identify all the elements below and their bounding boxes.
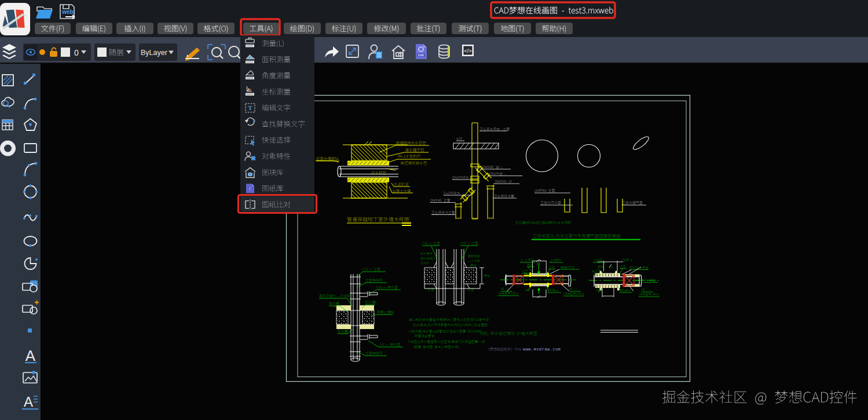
svg-text:A: A	[253, 119, 256, 122]
svg-text:T: T	[248, 104, 252, 111]
svg-text:</>: </>	[464, 48, 471, 54]
svg-text:A: A	[25, 347, 36, 364]
svg-text:0: 0	[74, 48, 79, 57]
svg-text:www.mxdraw.com: www.mxdraw.com	[523, 347, 561, 352]
svg-text:DAE: DAE	[418, 53, 424, 57]
svg-text:ByLayer: ByLayer	[141, 49, 167, 57]
svg-text:A: A	[24, 394, 33, 410]
svg-text:web: web	[61, 9, 73, 15]
